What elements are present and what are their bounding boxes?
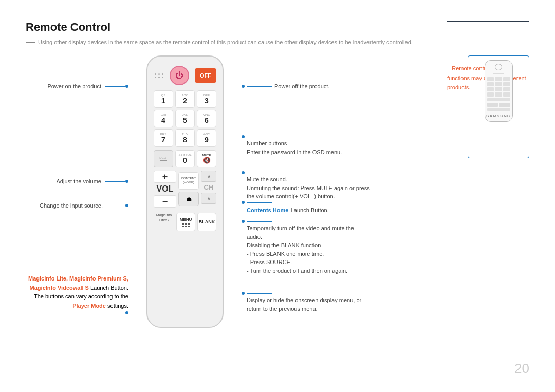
ch-controls: ∧ CH ∨	[201, 171, 216, 208]
thumb-two-col	[487, 103, 510, 107]
remote-body: ⏻ OFF QZ 1 ABC 2	[146, 55, 224, 328]
source-icon: ⏏	[186, 195, 192, 202]
btn-1[interactable]: QZ 1	[154, 90, 173, 108]
ann-blank-line2: audio.	[247, 233, 354, 241]
ann-power-off: Power off the product.	[274, 82, 329, 91]
left-annotations: Power on the product. Adjust the volume.…	[26, 55, 128, 328]
ann-source: Change the input source.	[40, 201, 103, 210]
thumb-wide2	[487, 108, 510, 111]
ann-dot-mute	[242, 171, 245, 174]
ann-contents-home-bold: Contents Home	[247, 207, 288, 213]
btn-6[interactable]: MNO 6	[197, 110, 216, 127]
remote-area: ⏻ OFF QZ 1 ABC 2	[128, 55, 242, 328]
ch-down-button[interactable]: ∨	[201, 193, 216, 204]
ch-label: CH	[204, 183, 214, 191]
menu-icon	[182, 223, 190, 227]
ann-blank-line3: Disabling the BLANK function	[247, 241, 354, 250]
symbol-zero-button[interactable]: SYMBOL 0	[175, 150, 195, 167]
btn-2[interactable]: ABC 2	[175, 90, 195, 108]
blank-label: BLANK	[199, 219, 215, 225]
source-button[interactable]: ⏏	[178, 192, 199, 206]
ann-dot-power-on	[125, 85, 128, 88]
ann-menu-line2: return to the previous menu.	[247, 305, 361, 313]
menu-button[interactable]: MENU	[176, 213, 195, 231]
ann-number-btns-line2: Enter the password in the OSD menu.	[247, 148, 342, 157]
power-on-button[interactable]: ⏻	[170, 66, 189, 85]
page-container: Remote Control Using other display devic…	[0, 0, 555, 392]
ann-dot-numbers	[242, 135, 245, 138]
magicinfo-btn-label: MagicInfoLite/S	[156, 213, 172, 223]
thumb-circle	[495, 64, 502, 70]
vol-controls: + VOL −	[154, 171, 176, 208]
ann-volume: Adjust the volume.	[57, 177, 103, 186]
ann-dot-menu	[242, 292, 245, 295]
menu-label: MENU	[180, 217, 192, 222]
digit-4: 4	[161, 116, 165, 125]
magicinfo-highlight2: MagicInfo Videowall S	[30, 285, 89, 291]
ann-dot-blank	[242, 220, 245, 223]
btn-8[interactable]: TUV 8	[175, 129, 195, 147]
subtitle-text: Using other display devices in the same …	[38, 39, 413, 45]
right-annotations: Power off the product. Number buttons En…	[242, 55, 529, 328]
ann-blank-line6: - Turn the product off and then on again…	[247, 267, 354, 275]
ann-mute-line2: Unmuting the sound: Press MUTE again or …	[247, 184, 370, 193]
ann-dot-magicinfo	[125, 311, 128, 314]
magicinfo-text3: settings.	[107, 303, 128, 309]
btn-5[interactable]: JKL 5	[175, 110, 195, 127]
samsung-label: SAMSUNG	[486, 114, 511, 118]
digit-5: 5	[183, 116, 187, 125]
del-zero-mute-row: DEL/- SYMBOL 0 MUTE 🔇	[154, 150, 216, 167]
digit-2: 2	[183, 97, 187, 105]
ann-dot-volume	[125, 180, 128, 183]
ann-power-on: Power on the product.	[47, 82, 103, 91]
btn-7[interactable]: PRS 7	[154, 129, 173, 147]
subtitle-dash	[26, 42, 35, 43]
top-rule	[447, 21, 529, 22]
blank-button[interactable]: BLANK	[197, 213, 216, 231]
ann-dot-source	[125, 204, 128, 207]
main-content: Power on the product. Adjust the volume.…	[26, 55, 529, 328]
content-home-label: CONTENT(HOME)	[181, 177, 196, 185]
magicinfo-text2: The buttons can vary according to the	[34, 293, 128, 300]
digit-1: 1	[161, 97, 165, 105]
btn-3[interactable]: DEF 3	[197, 90, 216, 108]
ann-mute-line3: the volume control(+ VOL -) button.	[247, 192, 370, 201]
digit-6: 6	[205, 116, 209, 125]
vol-ch-section: + VOL − CONTENT(HOME) ⏏	[154, 171, 216, 208]
ann-blank-line5: - Press SOURCE.	[247, 258, 354, 267]
ann-menu-line1: Display or hide the onscreen display men…	[247, 296, 361, 305]
btn-9[interactable]: WXY 9	[197, 129, 216, 147]
subtitle: Using other display devices in the same …	[26, 39, 529, 45]
number-grid: QZ 1 ABC 2 DEF 3 GHI 4	[154, 90, 216, 147]
page-title: Remote Control	[26, 21, 529, 34]
thumb-remote-body: SAMSUNG	[485, 60, 513, 122]
power-off-button[interactable]: OFF	[195, 68, 216, 83]
digit-7: 7	[161, 136, 165, 144]
mute-icon: 🔇	[203, 157, 211, 164]
ch-up-button[interactable]: ∧	[201, 171, 216, 182]
vol-plus-button[interactable]: +	[154, 171, 176, 183]
page-number: 20	[514, 361, 529, 377]
mute-button[interactable]: MUTE 🔇	[197, 150, 216, 167]
del-button[interactable]: DEL/-	[154, 150, 173, 167]
vol-minus-button[interactable]: −	[154, 195, 176, 208]
ann-dot-power-off	[242, 85, 245, 88]
thumb-wide1	[487, 98, 510, 101]
player-mode-highlight: Player Mode	[72, 303, 106, 309]
content-home-button[interactable]: CONTENT(HOME)	[178, 172, 199, 190]
digit-0: 0	[183, 156, 187, 165]
magicinfo-highlight1: MagicInfo Lite, MagicInfo Premium S,	[28, 275, 128, 282]
digit-9: 9	[205, 136, 209, 144]
thumb-numgrid	[487, 77, 510, 97]
digit-3: 3	[205, 97, 209, 105]
ann-dot-contents-home	[242, 201, 245, 204]
magicinfo-section: MagicInfoLite/S	[154, 213, 174, 231]
menu-blank-row: MagicInfoLite/S MENU	[154, 213, 216, 231]
vol-label: VOL	[157, 184, 174, 194]
btn-4[interactable]: GHI 4	[154, 110, 173, 127]
side-note-dash: –	[447, 65, 452, 71]
thumbnail-remote: SAMSUNG	[468, 55, 529, 158]
ann-blank-line1: Temporarily turn off the video and mute …	[247, 224, 354, 233]
digit-8: 8	[183, 136, 187, 144]
power-off-label: OFF	[200, 72, 211, 79]
